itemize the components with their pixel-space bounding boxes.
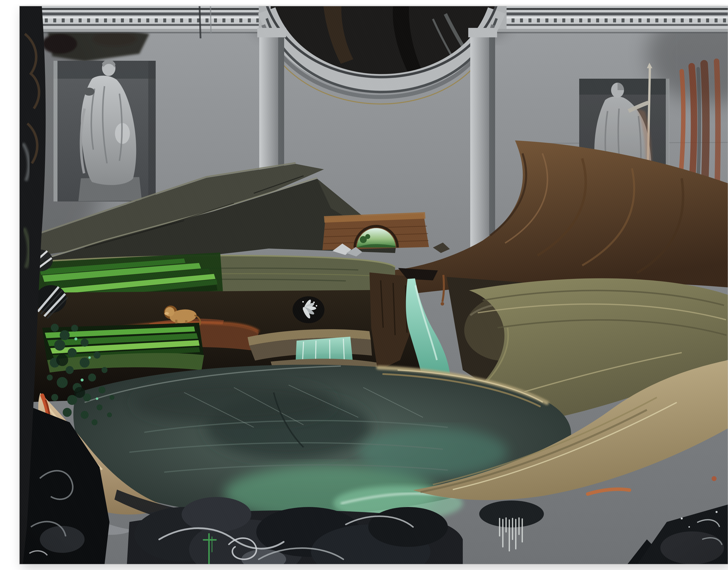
vignette: [19, 6, 728, 564]
painting-photo: grey stone facade wall dark ornament pat…: [10, 4, 728, 570]
